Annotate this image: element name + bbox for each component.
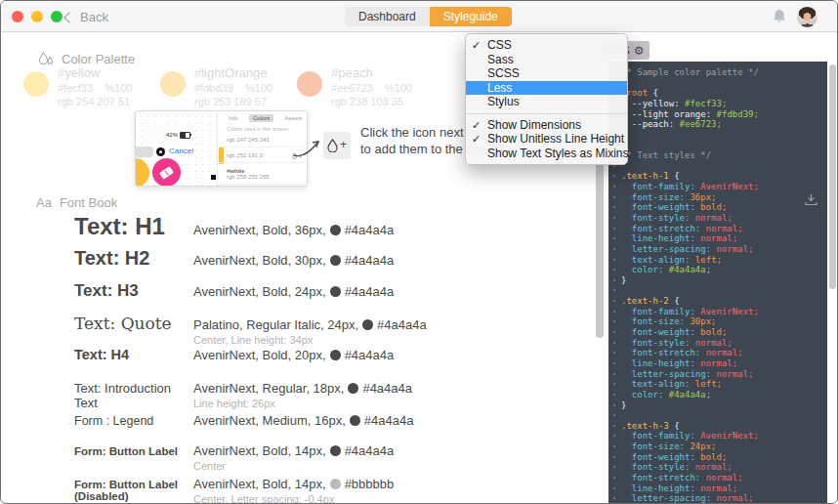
code-token: line-height: xyxy=(621,358,695,368)
code-token: normal; xyxy=(695,483,737,493)
menu-item-label: Sass xyxy=(487,53,514,66)
font-spec-text: AvenirNext, Medium, 16px, xyxy=(193,413,346,428)
code-line: line-height: normal; xyxy=(608,483,827,494)
menu-item-show-unitless-line-height[interactable]: ✓Show Unitless Line Height xyxy=(466,132,627,147)
droplet-icon xyxy=(327,139,338,152)
plus-icon: + xyxy=(340,138,347,151)
font-style-row[interactable]: Text: H4AvenirNext, Bold, 20px,#4a4a4a xyxy=(74,347,598,362)
menu-item-less[interactable]: Less xyxy=(466,81,627,96)
swatch-name: #yellow xyxy=(58,65,132,80)
font-spec-line: AvenirNext, Bold, 30px,#4a4a4a xyxy=(193,253,598,268)
menu-item-label: Less xyxy=(487,81,512,95)
menu-item-label: SCSS xyxy=(487,66,520,80)
font-spec-line: AvenirNext, Bold, 14px,#4a4a4a xyxy=(193,443,598,458)
code-line: color: #4a4a4a; xyxy=(608,390,827,400)
code-scrollbar-thumb[interactable] xyxy=(829,64,836,289)
code-token: font-style: xyxy=(621,213,690,223)
font-sample-text: Text: H2 xyxy=(74,247,193,270)
swatch-info: #yellow#fecf33 %100rgb 254 207 51 xyxy=(58,65,132,107)
font-style-row[interactable]: Text: Introduction TextAvenirNext, Regul… xyxy=(74,381,598,410)
code-token: font-stretch: xyxy=(621,224,700,233)
code-line: font-family: AvenirNext; xyxy=(608,431,827,441)
code-line: /* Text styles */ xyxy=(608,150,827,161)
font-spec-line: AvenirNext, Bold, 36px,#4a4a4a xyxy=(193,223,598,237)
code-line: line-height: normal; xyxy=(608,233,827,244)
menu-item-show-dimensions[interactable]: ✓Show Dimensions xyxy=(466,118,627,133)
code-line: letter-spacing: normal; xyxy=(608,369,827,380)
menu-item-css[interactable]: ✓CSS xyxy=(466,38,627,53)
code-token: font-size: xyxy=(621,192,685,202)
back-button[interactable]: Back xyxy=(65,8,108,25)
code-line: /* Sample color palette */ xyxy=(608,67,827,78)
swatch-rgb: rgb 254 207 51 xyxy=(58,96,132,107)
code-token: { xyxy=(669,296,680,306)
menu-item-sass[interactable]: Sass xyxy=(466,53,627,67)
code-line: color: #4a4a4a; xyxy=(608,265,827,275)
font-style-row[interactable]: Text: H3AvenirNext, Bold, 24px,#4a4a4a xyxy=(74,281,598,301)
color-dot xyxy=(330,286,341,297)
code-token: normal; xyxy=(695,358,737,368)
font-style-row[interactable]: Form : LegendAvenirNext, Medium, 16px,#4… xyxy=(74,413,598,428)
code-token: /* Sample color palette */ xyxy=(621,67,759,77)
swatch-rgb: rgb 238 103 35 xyxy=(331,96,412,107)
menu-item-stylus[interactable]: Stylus xyxy=(466,95,627,109)
font-style-row[interactable]: Text: H1AvenirNext, Bold, 36px,#4a4a4a xyxy=(74,213,598,240)
download-icon[interactable] xyxy=(804,192,818,207)
code-line: --yellow: #fecf33; xyxy=(608,99,827,109)
font-style-row[interactable]: Form: Button LabelAvenirNext, Bold, 14px… xyxy=(74,443,598,472)
user-avatar[interactable] xyxy=(797,7,817,27)
color-swatch[interactable]: #peach#ee6723 %100rgb 238 103 35 xyxy=(297,65,434,107)
menu-item-label: Show Dimensions xyxy=(487,118,581,132)
code-line xyxy=(608,161,827,172)
code-token: font-style: xyxy=(621,462,690,472)
onboarding-screenshot: 42% Cancel InfoColorsAssets Colors used … xyxy=(135,110,308,187)
font-book-header: Aa Font Book xyxy=(36,195,117,210)
code-token: letter-spacing: xyxy=(621,493,711,503)
code-token: .text-h-2 xyxy=(621,296,669,306)
code-token: normal; xyxy=(690,213,732,223)
code-line: font-stretch: normal; xyxy=(608,348,827,358)
code-line: font-size: 24px; xyxy=(608,441,827,452)
tab-dashboard[interactable]: Dashboard xyxy=(345,7,430,26)
color-swatch[interactable]: #lightOrange#fdbd39 %100rgb 253 189 57 xyxy=(160,65,297,107)
font-spec-line: Palatino, Regular Italic, 24px,#4a4a4a xyxy=(193,317,598,332)
zoom-window-button[interactable] xyxy=(51,11,63,22)
tab-styleguide[interactable]: Styleguide xyxy=(430,7,512,26)
font-spec-text: AvenirNext, Regular, 18px, xyxy=(193,381,344,396)
left-scrollbar-thumb[interactable] xyxy=(596,149,604,338)
code-token: normal; xyxy=(711,369,753,379)
font-style-row[interactable]: Form: Button Label (Disabled)AvenirNext,… xyxy=(74,477,598,504)
minimize-window-button[interactable] xyxy=(31,11,43,22)
font-spec: AvenirNext, Bold, 36px,#4a4a4a xyxy=(193,223,598,237)
format-dropdown-menu: ✓CSSSassSCSSLessStylus✓Show Dimensions✓S… xyxy=(465,33,628,165)
code-line: font-size: 36px; xyxy=(608,192,827,203)
code-token: --light orange: xyxy=(621,109,717,119)
code-line: font-family: AvenirNext; xyxy=(608,307,827,317)
font-style-row[interactable]: Text: QuotePalatino, Regular Italic, 24p… xyxy=(74,314,598,346)
font-spec-text: AvenirNext, Bold, 30px, xyxy=(193,253,326,268)
code-token: letter-spacing: xyxy=(621,369,711,379)
color-swatch[interactable]: #yellow#fecf33 %100rgb 254 207 51 xyxy=(23,65,160,107)
swatch-circle xyxy=(23,71,49,97)
code-token: font-family: xyxy=(621,307,695,316)
swatch-name: #peach xyxy=(331,65,412,80)
font-style-row[interactable]: Text: H2AvenirNext, Bold, 30px,#4a4a4a xyxy=(74,247,598,270)
code-token: font-stretch: xyxy=(621,473,700,483)
aa-icon: Aa xyxy=(36,195,52,210)
menu-item-scss[interactable]: SCSS xyxy=(466,66,627,81)
code-token: #fdbd39; xyxy=(717,109,759,119)
close-window-button[interactable] xyxy=(12,11,23,22)
font-spec: AvenirNext, Bold, 20px,#4a4a4a xyxy=(193,348,598,362)
code-token: 36px; xyxy=(685,192,717,202)
checkmark-icon: ✓ xyxy=(472,118,481,133)
color-dot xyxy=(330,225,341,235)
code-line: letter-spacing: normal; xyxy=(608,493,827,503)
font-spec-subline: Center xyxy=(193,460,598,472)
code-line: font-size: 30px; xyxy=(608,316,827,327)
menu-item-show-text-styles-as-mixins[interactable]: Show Text Styles as Mixins xyxy=(466,147,627,161)
font-spec: AvenirNext, Bold, 24px,#4a4a4a xyxy=(193,284,598,299)
code-line: .text-h-3 { xyxy=(608,421,827,432)
code-token: line-height: xyxy=(621,483,695,493)
font-sample-text: Text: H1 xyxy=(74,213,193,240)
notifications-bell-icon[interactable] xyxy=(771,9,788,24)
